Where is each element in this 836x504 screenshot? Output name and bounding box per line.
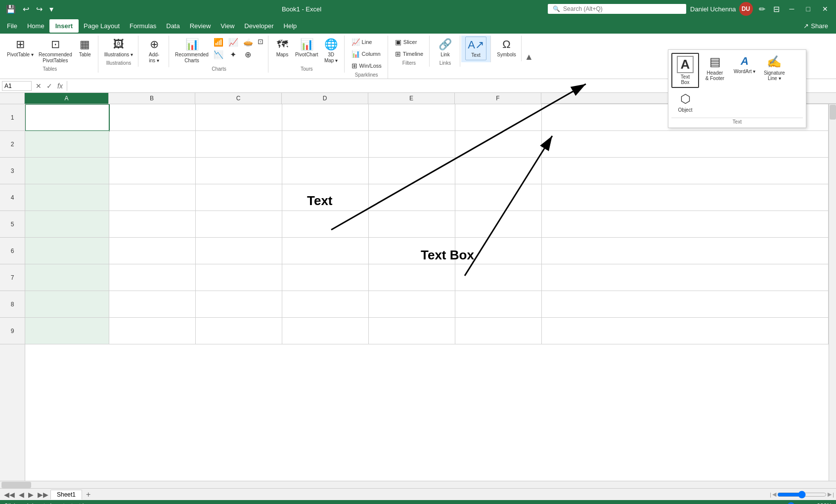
corner-cell[interactable] xyxy=(0,93,25,104)
cell-F7[interactable] xyxy=(455,264,542,291)
tab-nav-first[interactable]: ◀◀ xyxy=(2,491,17,499)
minimize-button[interactable]: ─ xyxy=(786,3,798,15)
cell-C4[interactable] xyxy=(196,184,282,211)
cell-B2[interactable] xyxy=(109,131,196,158)
vertical-scrollbar[interactable] xyxy=(829,104,836,481)
object-popup-button[interactable]: ⬡ Object xyxy=(671,90,699,115)
menu-review[interactable]: Review xyxy=(185,20,216,32)
cell-E2[interactable] xyxy=(369,131,455,158)
cell-A9[interactable] xyxy=(25,318,109,344)
menu-formulas[interactable]: Formulas xyxy=(125,20,161,32)
row-header-8[interactable]: 8 xyxy=(0,291,25,318)
text-box-popup-button[interactable]: A TextBox xyxy=(671,53,699,88)
search-box[interactable]: 🔍 xyxy=(548,4,686,14)
confirm-formula-button[interactable]: ✓ xyxy=(44,81,54,91)
cell-E8[interactable] xyxy=(369,291,455,318)
menu-page-layout[interactable]: Page Layout xyxy=(79,20,125,32)
add-sheet-button[interactable]: + xyxy=(83,490,93,499)
symbols-button[interactable]: Ω Symbols xyxy=(495,37,518,59)
row-header-6[interactable]: 6 xyxy=(0,238,25,264)
cell-E9[interactable] xyxy=(369,318,455,344)
cell-E6[interactable] xyxy=(369,238,455,264)
pie-donut-chart-button[interactable]: 🥧 xyxy=(241,37,255,48)
function-wizard-button[interactable]: fx xyxy=(55,81,65,91)
signature-line-popup-button[interactable]: ✍ SignatureLine ▾ xyxy=(760,53,788,88)
col-header-A[interactable]: A xyxy=(25,93,109,104)
page-break-icon[interactable]: ⊠ xyxy=(754,502,760,504)
row-header-9[interactable]: 9 xyxy=(0,318,25,344)
link-button[interactable]: 🔗 Link xyxy=(436,37,455,59)
cell-E7[interactable] xyxy=(369,264,455,291)
cell-F6[interactable] xyxy=(455,238,542,264)
normal-view-icon[interactable]: ⊞ xyxy=(735,502,741,504)
tab-nav-prev[interactable]: ◀ xyxy=(17,491,26,499)
sparkline-line-button[interactable]: 📈 Line xyxy=(349,37,375,47)
search-input[interactable] xyxy=(563,5,681,12)
cell-A5[interactable] xyxy=(25,211,109,238)
sparkline-winloss-button[interactable]: ⊞ Win/Loss xyxy=(349,60,385,71)
column-bar-chart-button[interactable]: 📶 xyxy=(212,37,225,48)
row-header-5[interactable]: 5 xyxy=(0,211,25,238)
slicer-button[interactable]: ▣ Slicer xyxy=(392,37,420,47)
illustrations-button[interactable]: 🖼 Illustrations ▾ xyxy=(102,37,135,59)
recommended-pivot-tables-button[interactable]: ⊡ RecommendedPivotTables xyxy=(37,37,74,65)
cell-D8[interactable] xyxy=(282,291,369,318)
cell-E1[interactable] xyxy=(369,104,455,131)
cell-F4[interactable] xyxy=(455,184,542,211)
header-footer-popup-button[interactable]: ▤ Header& Footer xyxy=(701,53,729,88)
save-icon[interactable]: 💾 xyxy=(4,2,18,16)
cell-D7[interactable] xyxy=(282,264,369,291)
cell-F3[interactable] xyxy=(455,158,542,184)
cell-A4[interactable] xyxy=(25,184,109,211)
cell-A3[interactable] xyxy=(25,158,109,184)
col-header-D[interactable]: D xyxy=(282,93,368,104)
text-group-button[interactable]: A↗ Text xyxy=(465,37,486,60)
recommended-charts-button[interactable]: 📊 RecommendedCharts xyxy=(173,37,211,65)
3d-map-button[interactable]: 🌐 3DMap ▾ xyxy=(321,37,341,65)
page-layout-icon[interactable]: ⊟ xyxy=(745,502,750,504)
cell-A1[interactable] xyxy=(25,104,109,131)
cell-B3[interactable] xyxy=(109,158,196,184)
cell-F8[interactable] xyxy=(455,291,542,318)
cell-D3[interactable] xyxy=(282,158,369,184)
menu-data[interactable]: Data xyxy=(161,20,184,32)
row-header-1[interactable]: 1 xyxy=(0,104,25,131)
close-button[interactable]: ✕ xyxy=(818,3,832,15)
redo-icon[interactable]: ↪ xyxy=(34,2,44,16)
user-avatar[interactable]: DU xyxy=(739,2,753,16)
menu-developer[interactable]: Developer xyxy=(239,20,278,32)
maps-button[interactable]: 🗺 Maps xyxy=(272,37,292,59)
cell-F1[interactable] xyxy=(455,104,542,131)
cell-C5[interactable] xyxy=(196,211,282,238)
bar-chart-button[interactable]: 📉 xyxy=(212,49,225,60)
tab-nav-next[interactable]: ▶ xyxy=(26,491,36,499)
scatter-chart-button[interactable]: ✦ xyxy=(226,49,240,60)
scroll-range[interactable] xyxy=(777,491,827,499)
cell-C1[interactable] xyxy=(196,104,282,131)
cell-C8[interactable] xyxy=(196,291,282,318)
pivot-table-button[interactable]: ⊞ PivotTable ▾ xyxy=(5,37,36,59)
sparkline-column-button[interactable]: 📊 Column xyxy=(349,48,384,59)
quick-access-dropdown[interactable]: ▾ xyxy=(47,2,55,16)
ribbon-collapse-button[interactable]: ▲ xyxy=(523,51,535,63)
sheet-tab-sheet1[interactable]: Sheet1 xyxy=(50,490,82,500)
chart-dialog-launcher[interactable]: ⊡ xyxy=(256,37,265,46)
menu-insert[interactable]: Insert xyxy=(49,19,79,33)
tab-nav-last[interactable]: ▶▶ xyxy=(36,491,50,499)
cell-B7[interactable] xyxy=(109,264,196,291)
pivot-chart-button[interactable]: 📊 PivotChart xyxy=(293,37,320,59)
col-header-B[interactable]: B xyxy=(109,93,195,104)
cancel-formula-button[interactable]: ✕ xyxy=(34,81,44,91)
cell-D2[interactable] xyxy=(282,131,369,158)
cell-A8[interactable] xyxy=(25,291,109,318)
menu-file[interactable]: File xyxy=(2,20,22,32)
cell-D5[interactable] xyxy=(282,211,369,238)
restore-icon[interactable]: ⊟ xyxy=(771,2,782,16)
cell-B5[interactable] xyxy=(109,211,196,238)
add-ins-button[interactable]: ⊕ Add-ins ▾ xyxy=(144,37,164,65)
wordart-popup-button[interactable]: A WordArt ▾ xyxy=(731,53,758,88)
cell-A7[interactable] xyxy=(25,264,109,291)
row-header-3[interactable]: 3 xyxy=(0,158,25,184)
undo-icon[interactable]: ↩ xyxy=(21,2,31,16)
row-header-7[interactable]: 7 xyxy=(0,264,25,291)
